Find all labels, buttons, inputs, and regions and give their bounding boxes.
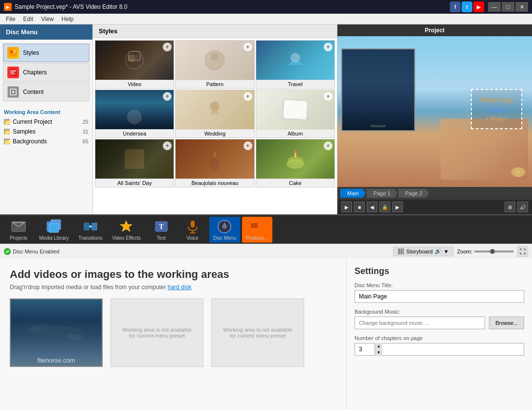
menu-help[interactable]: Help bbox=[58, 15, 78, 23]
storyboard-label: Storyboard bbox=[406, 249, 433, 254]
sidebar-item-content[interactable]: Content bbox=[3, 83, 89, 101]
background-music-label: Background Music: bbox=[355, 309, 524, 315]
close-button[interactable]: ✕ bbox=[515, 2, 528, 12]
watermark: filehorse.com bbox=[11, 357, 102, 364]
sidebar-item-backgrounds[interactable]: 📁 Backgrounds 65 bbox=[0, 137, 92, 146]
svg-marker-35 bbox=[120, 221, 132, 231]
sidebar-chapters-label: Chapters bbox=[23, 69, 47, 76]
twitter-button[interactable]: t bbox=[462, 1, 472, 12]
style-wedding[interactable]: + Wedding bbox=[175, 90, 254, 138]
tab-page2[interactable]: Page 2 bbox=[399, 189, 429, 198]
fullscreen-button[interactable] bbox=[517, 246, 528, 257]
storyboard-button[interactable]: Storyboard 🔊 ▼ bbox=[393, 247, 453, 256]
menu-view[interactable]: View bbox=[37, 15, 58, 23]
toolbar-produce[interactable]: Produce... bbox=[242, 217, 272, 243]
text-label: Text bbox=[157, 235, 166, 241]
preview-menu-chapters: Chapters bbox=[480, 106, 513, 113]
sidebar: Disc Menu Styles Chapters bbox=[0, 24, 93, 214]
transitions-label: Transitions bbox=[79, 235, 103, 241]
toolbar-text[interactable]: T Text bbox=[147, 217, 176, 243]
background-music-input[interactable] bbox=[355, 317, 485, 329]
menu-edit[interactable]: Edit bbox=[19, 15, 37, 23]
style-allsaints-thumb: + bbox=[95, 139, 174, 179]
disc-menu-title-input[interactable] bbox=[355, 290, 524, 303]
style-video[interactable]: + Video bbox=[95, 40, 174, 89]
wa-current-project-count: 25 bbox=[83, 119, 89, 125]
svg-rect-49 bbox=[400, 249, 402, 254]
toolbar-media-library[interactable]: Media Library bbox=[35, 217, 73, 243]
style-album-label: Album bbox=[256, 129, 334, 137]
prev-button[interactable]: ◀ bbox=[367, 202, 377, 212]
wa-subtext-link[interactable]: hard disk bbox=[168, 284, 192, 291]
sidebar-item-current-project[interactable]: 📁 Current Project 25 bbox=[0, 117, 92, 127]
svg-rect-50 bbox=[403, 249, 404, 254]
svg-rect-6 bbox=[10, 72, 14, 73]
toolbar-projects[interactable]: Projects bbox=[4, 217, 33, 243]
toolbar-video-effects[interactable]: Video Effects bbox=[108, 217, 145, 243]
style-travel-plus: + bbox=[324, 43, 332, 51]
style-undersea[interactable]: + Undersea bbox=[95, 90, 174, 138]
browse-button[interactable]: Browse... bbox=[489, 317, 524, 329]
disc-menu-title-label: Disc Menu Title: bbox=[355, 282, 524, 288]
wa-placeholder-1[interactable]: Working area is not available for curren… bbox=[111, 298, 203, 367]
chapters-field: Number of chapters on page 3 ▲ ▼ bbox=[355, 335, 524, 356]
menu-file[interactable]: File bbox=[2, 15, 19, 23]
folder-icon: 📁 bbox=[4, 119, 10, 125]
wa-placeholder-1-text: Working area is not available for curren… bbox=[119, 327, 195, 339]
youtube-button[interactable]: ▶ bbox=[473, 1, 484, 12]
preview-menu-title: Main Page bbox=[480, 96, 513, 104]
volume-button[interactable]: 🔊 bbox=[517, 202, 528, 212]
style-beaujolais[interactable]: + Beaujolais nouveau bbox=[175, 139, 254, 187]
stop-button[interactable]: ■ bbox=[354, 202, 365, 212]
toolbar-disc-menu[interactable]: Disc Menu bbox=[209, 217, 240, 243]
svg-rect-3 bbox=[13, 52, 15, 53]
chapters-up[interactable]: ▲ bbox=[375, 343, 382, 349]
zoom-slider[interactable] bbox=[474, 251, 513, 252]
fit-button[interactable]: ⊞ bbox=[505, 202, 515, 212]
chapters-down[interactable]: ▼ bbox=[375, 349, 382, 356]
wa-placeholder-2[interactable]: Working area is not available for curren… bbox=[211, 298, 304, 367]
style-travel-thumb: + bbox=[256, 41, 334, 80]
svg-text:T: T bbox=[159, 223, 164, 230]
produce-icon bbox=[249, 219, 265, 234]
project-header: Project bbox=[337, 24, 532, 36]
window-title: Sample Project.vep* - AVS Video Editor 8… bbox=[15, 3, 127, 10]
style-album[interactable]: + Album bbox=[256, 90, 335, 138]
chapters-label: Number of chapters on page bbox=[355, 335, 524, 341]
sidebar-item-styles[interactable]: Styles bbox=[3, 44, 89, 62]
sidebar-content-label: Content bbox=[23, 89, 44, 95]
sidebar-item-samples[interactable]: 📁 Samples 31 bbox=[0, 127, 92, 137]
svg-point-43 bbox=[223, 226, 225, 228]
preview-tabs: Main Page 1 Page 2 bbox=[340, 189, 429, 198]
tab-main[interactable]: Main bbox=[340, 189, 366, 198]
projects-label: Projects bbox=[10, 235, 27, 241]
minimize-button[interactable]: — bbox=[488, 2, 501, 12]
facebook-button[interactable]: f bbox=[450, 1, 461, 12]
style-album-plus: + bbox=[324, 92, 332, 101]
next-button[interactable]: ▶ bbox=[392, 202, 403, 212]
styles-panel: Styles + Video bbox=[93, 24, 337, 214]
style-travel-label: Travel bbox=[256, 80, 334, 88]
tab-page1[interactable]: Page 1 bbox=[367, 189, 398, 198]
sidebar-title: Disc Menu bbox=[0, 24, 92, 40]
storyboard-dropdown-icon: ▼ bbox=[443, 249, 449, 254]
svg-rect-5 bbox=[10, 70, 16, 71]
toolbar-transitions[interactable]: Transitions bbox=[75, 217, 107, 243]
preview-tabs-row: Main Page 1 Page 2 bbox=[337, 187, 532, 200]
lock-button[interactable]: 🔒 bbox=[379, 202, 390, 212]
video-effects-label: Video Effects bbox=[112, 235, 141, 241]
style-allsaints[interactable]: + All Saints' Day bbox=[95, 139, 174, 187]
sidebar-item-chapters[interactable]: Chapters bbox=[3, 63, 89, 82]
chapters-icon bbox=[7, 67, 19, 78]
style-travel[interactable]: + Travel bbox=[256, 40, 335, 89]
style-beaujolais-label: Beaujolais nouveau bbox=[176, 179, 254, 187]
sidebar-nav: Styles Chapters Content bbox=[0, 40, 92, 105]
style-cake[interactable]: + Cake bbox=[256, 139, 335, 187]
style-pattern[interactable]: + Pattern bbox=[175, 40, 254, 89]
styles-grid-container[interactable]: + Video + Pattern bbox=[93, 38, 337, 214]
middle-section: Disc Menu Styles Chapters bbox=[0, 24, 532, 214]
toolbar-voice[interactable]: Voice bbox=[178, 217, 207, 243]
text-icon: T bbox=[154, 219, 169, 234]
maximize-button[interactable]: □ bbox=[502, 2, 514, 12]
play-button[interactable]: ▶ bbox=[341, 202, 352, 212]
